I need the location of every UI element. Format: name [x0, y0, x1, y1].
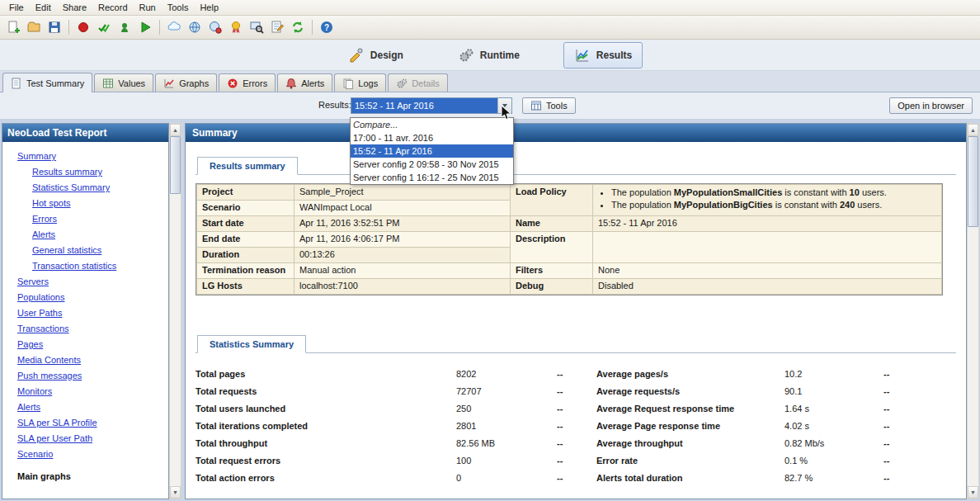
row-value: Apr 11, 2016 4:06:17 PM	[294, 232, 511, 248]
values-icon	[102, 78, 114, 89]
sidebar-item-scenario[interactable]: Scenario	[17, 449, 53, 459]
sidebar-item-user-paths[interactable]: User Paths	[17, 308, 62, 318]
sidebar-item-monitors[interactable]: Monitors	[17, 386, 52, 396]
run-test-icon[interactable]	[135, 17, 155, 37]
runtime-mode-button[interactable]: Runtime	[447, 42, 530, 69]
menu-tools[interactable]: Tools	[162, 1, 195, 14]
tab-alerts[interactable]: Alerts	[277, 73, 332, 92]
scroll-up-button[interactable]: ▲	[968, 124, 978, 136]
design-icon	[348, 47, 365, 64]
sidebar-item-push-messages[interactable]: Push messages	[17, 371, 82, 380]
menu-bar: File Edit Share Record Run Tools Help	[0, 0, 980, 16]
web-browser-icon[interactable]	[185, 17, 205, 37]
results-summary-section-tab: Results summary	[197, 157, 298, 175]
row-label: Filters	[511, 263, 593, 279]
dropdown-item-compare[interactable]: Compare...	[351, 118, 513, 131]
monitor-icon[interactable]	[247, 17, 266, 37]
check-scenario-icon[interactable]	[115, 17, 134, 37]
results-dropdown-list: Compare... 17:00 - 11 avr. 2016 15:52 - …	[350, 117, 514, 185]
row-label: Name	[511, 216, 593, 232]
tab-bar: Test Summary Values Graphs Errors Alerts…	[0, 71, 980, 92]
checklist-icon[interactable]	[267, 17, 287, 37]
table-row: Start date Apr 11, 2016 3:52:51 PM Name …	[197, 216, 942, 232]
menu-run[interactable]: Run	[134, 1, 162, 14]
tab-label: Test Summary	[26, 78, 84, 88]
dropdown-item[interactable]: Server config 2 09:58 - 30 Nov 2015	[351, 158, 513, 171]
sidebar-item-statistics-summary[interactable]: Statistics Summary	[32, 182, 110, 192]
sidebar-item-transactions[interactable]: Transactions	[17, 324, 69, 333]
sidebar-item-media-contents[interactable]: Media Contents	[17, 355, 81, 365]
sidebar-scrollbar[interactable]: ▲ ▼	[169, 123, 181, 499]
sidebar-item-servers[interactable]: Servers	[17, 276, 49, 286]
scroll-down-button[interactable]: ▼	[170, 486, 181, 499]
results-bar: Results: 15:52 - 11 Apr 2016 Tools Open …	[0, 92, 980, 120]
sidebar-heading-main-graphs: Main graphs	[2, 469, 168, 484]
sidebar-item-summary[interactable]: Summary	[17, 151, 56, 161]
menu-share[interactable]: Share	[57, 1, 92, 14]
proxy-icon[interactable]	[205, 17, 225, 37]
mouse-cursor	[501, 105, 511, 121]
mode-switcher: Design Runtime Results	[0, 40, 980, 71]
results-mode-button[interactable]: Results	[563, 42, 643, 69]
dropdown-item[interactable]: 17:00 - 11 avr. 2016	[351, 131, 513, 144]
tab-test-summary[interactable]: Test Summary	[2, 73, 92, 92]
menu-help[interactable]: Help	[194, 1, 224, 14]
sidebar-item-alerts[interactable]: Alerts	[32, 229, 55, 239]
check-user-path-icon[interactable]	[94, 17, 114, 37]
row-value: WANImpact Local	[294, 201, 511, 216]
tab-errors[interactable]: Errors	[219, 73, 276, 92]
scroll-thumb[interactable]	[968, 136, 978, 227]
open-in-browser-button[interactable]: Open in browser	[889, 97, 973, 114]
sidebar-item-transaction-statistics[interactable]: Transaction statistics	[32, 261, 116, 271]
license-icon[interactable]	[226, 17, 246, 37]
alerts-icon	[285, 78, 297, 89]
tab-label: Errors	[243, 78, 267, 88]
scroll-track[interactable]	[170, 136, 181, 486]
statistics-summary-table: Total pages8202-- Average pages/s10.2-- …	[196, 365, 948, 486]
sidebar-item-results-summary[interactable]: Results summary	[32, 167, 102, 177]
tools-button[interactable]: Tools	[522, 97, 576, 114]
tab-logs[interactable]: Logs	[334, 73, 386, 92]
results-combobox-value[interactable]: 15:52 - 11 Apr 2016	[351, 98, 497, 113]
tab-graphs[interactable]: Graphs	[155, 73, 217, 92]
tab-values[interactable]: Values	[94, 73, 153, 92]
scroll-thumb[interactable]	[170, 136, 181, 194]
sidebar-item-errors[interactable]: Errors	[32, 214, 57, 224]
scroll-track[interactable]	[968, 136, 978, 486]
sidebar-item-alerts-section[interactable]: Alerts	[17, 402, 40, 412]
row-value: Manual action	[294, 263, 511, 279]
save-icon[interactable]	[45, 17, 64, 37]
design-mode-button[interactable]: Design	[337, 42, 414, 69]
open-project-icon[interactable]	[24, 17, 44, 37]
statistics-summary-section-tab: Statistics Summary	[197, 335, 306, 353]
sidebar-item-populations[interactable]: Populations	[17, 292, 65, 302]
row-label: Termination reason	[197, 263, 294, 279]
menu-edit[interactable]: Edit	[30, 1, 57, 14]
sidebar-item-sla-per-user-path[interactable]: SLA per User Path	[17, 433, 92, 443]
table-row: LG Hosts localhost:7100 Debug Disabled	[197, 279, 942, 295]
sidebar-item-sla-per-sla-profile[interactable]: SLA per SLA Profile	[17, 418, 97, 428]
dropdown-item-selected[interactable]: 15:52 - 11 Apr 2016	[351, 144, 513, 158]
details-icon	[396, 78, 408, 89]
row-value: Sample_Project	[294, 185, 511, 201]
scroll-down-button[interactable]: ▼	[968, 486, 978, 499]
help-icon[interactable]: ?	[317, 17, 337, 37]
dropdown-item[interactable]: Server config 1 16:12 - 25 Nov 2015	[351, 171, 513, 184]
sidebar-item-general-statistics[interactable]: General statistics	[32, 245, 101, 255]
scroll-up-button[interactable]: ▲	[170, 124, 181, 136]
menu-record[interactable]: Record	[92, 1, 133, 14]
results-summary-tab-strip: Results summary	[196, 157, 956, 175]
record-icon[interactable]	[73, 17, 93, 37]
sidebar-item-pages[interactable]: Pages	[17, 339, 43, 349]
statistics-summary-tab-strip: Statistics Summary	[196, 335, 956, 353]
main-scrollbar[interactable]: ▲ ▼	[967, 123, 979, 499]
results-summary-table-wrap: Project Sample_Project Load Policy The p…	[196, 183, 943, 295]
update-icon[interactable]	[288, 17, 308, 37]
cloud-icon[interactable]	[164, 17, 184, 37]
row-label: End date	[197, 232, 294, 248]
new-project-icon[interactable]	[3, 17, 23, 37]
row-label: Debug	[511, 279, 593, 295]
sidebar-item-hot-spots[interactable]: Hot spots	[32, 198, 70, 208]
results-combobox[interactable]: 15:52 - 11 Apr 2016	[351, 97, 512, 114]
menu-file[interactable]: File	[3, 1, 30, 14]
